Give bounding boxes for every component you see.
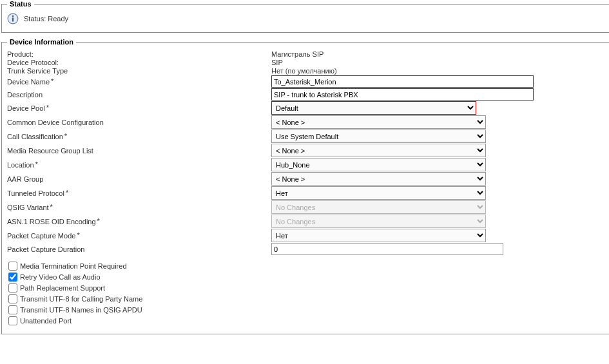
select-location[interactable]: Hub_None xyxy=(271,158,486,171)
svg-point-2 xyxy=(12,15,14,17)
checkbox-row-path-replacement: Path Replacement Support xyxy=(8,283,604,292)
checkbox-retry-video[interactable] xyxy=(8,273,17,282)
checkbox-unattended-port[interactable] xyxy=(8,316,17,325)
label-packet-capture-duration: Packet Capture Duration xyxy=(7,245,84,253)
label-trunk-service-type: Trunk Service Type xyxy=(7,67,68,75)
required-device-name: * xyxy=(51,78,53,85)
row-common-device-config: Common Device Configuration < None > xyxy=(7,115,604,129)
select-qsig-variant: No Changes xyxy=(271,200,486,214)
required-asn1-rose: * xyxy=(97,218,100,225)
row-aar-group: AAR Group < None > xyxy=(7,172,604,186)
svg-rect-1 xyxy=(12,17,14,21)
select-packet-capture-mode[interactable]: Нет xyxy=(271,229,486,242)
row-packet-capture-mode: Packet Capture Mode * Нет xyxy=(7,229,604,242)
status-row: Status: Ready xyxy=(7,12,604,26)
checkbox-row-unattended-port: Unattended Port xyxy=(8,316,604,325)
label-call-classification: Call Classification xyxy=(7,133,63,140)
select-asn1-rose: No Changes xyxy=(271,215,486,228)
select-device-pool[interactable]: Default xyxy=(271,101,476,115)
status-legend: Status xyxy=(7,0,34,8)
required-device-pool: * xyxy=(46,104,49,111)
input-description[interactable] xyxy=(271,88,534,101)
label-qsig-variant: QSIG Variant xyxy=(7,204,49,211)
label-product: Product: xyxy=(7,50,34,58)
label-media-resource-group: Media Resource Group List xyxy=(7,147,93,155)
checkbox-utf8-qsig[interactable] xyxy=(8,305,17,314)
checkbox-row-media-termination: Media Termination Point Required xyxy=(8,262,604,271)
device-info-legend: Device Information xyxy=(7,38,76,46)
required-packet-capture-mode: * xyxy=(77,232,79,239)
value-product: Магистраль SIP xyxy=(271,50,324,58)
required-call-classification: * xyxy=(64,133,67,140)
row-protocol: Device Protocol: SIP xyxy=(7,59,604,66)
checkbox-row-utf8-calling: Transmit UTF-8 for Calling Party Name xyxy=(8,294,604,303)
row-qsig-variant: QSIG Variant * No Changes xyxy=(7,200,604,214)
row-media-resource-group: Media Resource Group List < None > xyxy=(7,144,604,157)
checkbox-label-utf8-calling: Transmit UTF-8 for Calling Party Name xyxy=(20,295,142,303)
row-location: Location * Hub_None xyxy=(7,158,604,171)
input-device-name[interactable] xyxy=(271,75,534,88)
checkbox-label-unattended-port: Unattended Port xyxy=(20,317,72,325)
row-tunneled-protocol: Tunneled Protocol * Нет xyxy=(7,186,604,200)
row-device-name: Device Name * xyxy=(7,75,604,88)
label-protocol: Device Protocol: xyxy=(7,59,59,66)
required-location: * xyxy=(35,161,38,168)
select-call-classification[interactable]: Use System Default xyxy=(271,129,486,143)
label-tunneled-protocol: Tunneled Protocol xyxy=(7,189,64,197)
row-asn1-rose: ASN.1 ROSE OID Encoding * No Changes xyxy=(7,215,604,228)
label-device-name: Device Name xyxy=(7,78,50,86)
checkbox-path-replacement[interactable] xyxy=(8,283,17,292)
label-location: Location xyxy=(7,161,34,169)
device-information-fieldset: Device Information Product: Магистраль S… xyxy=(1,38,609,334)
row-call-classification: Call Classification * Use System Default xyxy=(7,129,604,143)
checkbox-row-retry-video: Retry Video Call as Audio xyxy=(8,273,604,282)
value-trunk-service-type: Нет (по умолчанию) xyxy=(271,67,337,75)
select-media-resource-group[interactable]: < None > xyxy=(271,144,486,157)
checkbox-label-retry-video: Retry Video Call as Audio xyxy=(20,273,101,281)
checkbox-utf8-calling[interactable] xyxy=(8,294,17,303)
status-text: Status: Ready xyxy=(24,15,68,23)
checkbox-media-termination[interactable] xyxy=(8,262,17,271)
value-protocol: SIP xyxy=(271,59,283,66)
required-qsig-variant: * xyxy=(50,204,53,211)
checkbox-row-utf8-qsig: Transmit UTF-8 Names in QSIG APDU xyxy=(8,305,604,314)
checkbox-label-path-replacement: Path Replacement Support xyxy=(20,284,105,292)
row-trunk-service-type: Trunk Service Type Нет (по умолчанию) xyxy=(7,67,604,75)
label-common-device-config: Common Device Configuration xyxy=(7,119,104,126)
checkbox-label-media-termination: Media Termination Point Required xyxy=(20,262,127,270)
info-icon xyxy=(7,13,19,24)
select-aar-group[interactable]: < None > xyxy=(271,172,486,186)
select-common-device-config[interactable]: < None > xyxy=(271,115,486,129)
row-product: Product: Магистраль SIP xyxy=(7,50,604,58)
label-asn1-rose: ASN.1 ROSE OID Encoding xyxy=(7,218,96,225)
label-aar-group: AAR Group xyxy=(7,175,43,183)
row-device-pool: Device Pool * Default xyxy=(7,101,604,115)
label-description: Description xyxy=(7,91,43,99)
label-device-pool: Device Pool xyxy=(7,104,45,112)
row-description: Description xyxy=(7,88,604,101)
checkbox-label-utf8-qsig: Transmit UTF-8 Names in QSIG APDU xyxy=(20,306,142,314)
required-tunneled-protocol: * xyxy=(66,189,68,196)
select-tunneled-protocol[interactable]: Нет xyxy=(271,186,486,200)
row-packet-capture-duration: Packet Capture Duration xyxy=(7,243,604,255)
label-packet-capture-mode: Packet Capture Mode xyxy=(7,232,75,240)
status-fieldset: Status Status: Ready xyxy=(1,0,609,33)
input-packet-capture-duration[interactable] xyxy=(271,243,503,255)
